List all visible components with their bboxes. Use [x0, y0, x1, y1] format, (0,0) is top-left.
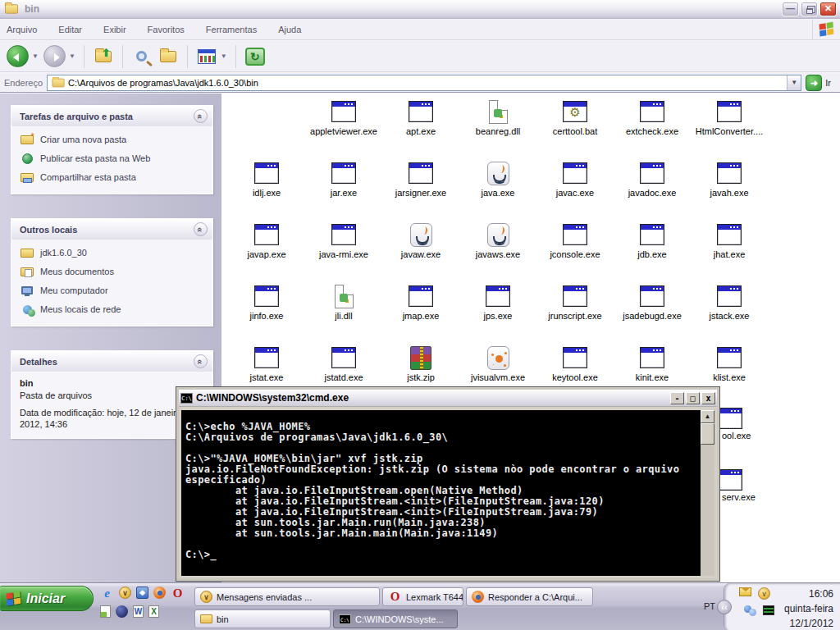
task-link-network[interactable]: Meus locais de rede	[20, 303, 206, 316]
mail-quicklaunch-icon[interactable]: ∨	[119, 587, 131, 599]
file-item[interactable]: jsadebugd.exe	[614, 281, 691, 343]
back-dropdown-icon[interactable]: ▼	[32, 52, 39, 60]
go-button[interactable]: ➜ Ir	[806, 75, 836, 91]
file-item[interactable]: javap.exe	[228, 220, 305, 281]
menu-editar[interactable]: Editar	[58, 25, 82, 34]
app-file-icon	[562, 222, 588, 247]
word-quicklaunch-icon[interactable]: W	[133, 605, 144, 618]
file-item[interactable]: javaw.exe	[382, 220, 459, 281]
clipped-file-1[interactable]: ool.exe	[717, 406, 751, 441]
console[interactable]: C:\>echo %JAVA_HOME%C:\Arquivos de progr…	[181, 410, 714, 576]
file-item[interactable]: jconsole.exe	[536, 220, 614, 281]
scroll-up-icon[interactable]: ▲	[701, 410, 714, 423]
system-tray: ‹‹ ∨ 16:06 quinta-feira 12/1/2012	[724, 583, 840, 630]
ie-quicklaunch-icon[interactable]: e	[100, 587, 114, 600]
tray-display-icon[interactable]	[763, 605, 774, 615]
clock[interactable]: 16:06 quinta-feira 12/1/2012	[784, 587, 833, 630]
cmd-close-button[interactable]: x	[701, 392, 715, 404]
up-folder-button[interactable]: ⬆	[93, 46, 114, 67]
forward-button[interactable]	[43, 45, 66, 67]
tray-mail-icon[interactable]	[739, 587, 751, 596]
collapse-chevron-icon[interactable]: «	[194, 109, 208, 123]
console-scrollbar[interactable]: ▲	[701, 410, 714, 576]
taskbar-button[interactable]: OLexmark T644 - Opera	[382, 587, 463, 606]
file-item[interactable]: jps.exe	[459, 281, 536, 343]
restore-button[interactable]	[801, 2, 818, 16]
oo-quicklaunch-icon[interactable]	[116, 605, 128, 618]
search-button[interactable]	[131, 46, 153, 67]
file-item[interactable]: idlj.exe	[228, 158, 305, 220]
file-item[interactable]: javaws.exe	[459, 220, 536, 281]
file-item[interactable]: extcheck.exe	[614, 97, 691, 158]
file-item[interactable]: jrunscript.exe	[536, 281, 614, 343]
taskbar-button[interactable]: C:\C:\WINDOWS\syste...	[333, 609, 458, 628]
file-item[interactable]: jstack.exe	[691, 281, 768, 343]
file-item[interactable]: java.exe	[459, 158, 536, 220]
taskbar-button[interactable]: ∨Mensagens enviadas ...	[194, 587, 380, 606]
explorer-titlebar[interactable]: bin — ✕	[0, 0, 840, 19]
opera-quicklaunch-icon[interactable]: O	[171, 587, 185, 600]
taskbar-button[interactable]: bin	[194, 609, 331, 628]
hide-icons-button[interactable]: ‹‹	[717, 600, 732, 614]
task-link-web[interactable]: Publicar esta pasta na Web	[20, 152, 206, 165]
cmd-minimize-button[interactable]: -	[670, 392, 684, 404]
panel-header[interactable]: Detalhes«	[11, 351, 212, 372]
file-item[interactable]: javac.exe	[536, 158, 614, 220]
scroll-thumb[interactable]	[701, 423, 714, 445]
task-link-folder[interactable]: jdk1.6.0_30	[20, 246, 206, 259]
file-item[interactable]: beanreg.dll	[459, 97, 536, 158]
cmd-titlebar[interactable]: C:\ C:\WINDOWS\system32\cmd.exe - □ x	[179, 390, 717, 407]
file-item[interactable]: javadoc.exe	[614, 158, 691, 220]
task-link-docs[interactable]: Meus documentos	[20, 265, 206, 278]
minimize-button[interactable]: —	[782, 2, 799, 16]
sync-button[interactable]: ↻	[244, 46, 266, 67]
menu-ajuda[interactable]: Ajuda	[278, 25, 301, 34]
file-item[interactable]: javah.exe	[691, 158, 768, 220]
task-link-share[interactable]: Compartilhar esta pasta	[20, 171, 206, 184]
collapse-chevron-icon[interactable]: «	[194, 354, 208, 368]
share-icon	[20, 171, 34, 184]
tray-clock-app-icon[interactable]: ∨	[758, 587, 770, 600]
cmd-maximize-button[interactable]: □	[686, 392, 700, 404]
file-item[interactable]: jmap.exe	[382, 281, 459, 343]
taskbar-button[interactable]: Responder a C:\Arqui...	[466, 587, 593, 606]
views-button[interactable]	[196, 46, 217, 67]
file-item[interactable]: jdb.exe	[614, 220, 691, 281]
tray-messenger-icon[interactable]	[744, 605, 756, 616]
file-label: jvisualvm.exe	[471, 372, 525, 382]
file-item[interactable]: jhat.exe	[691, 220, 768, 281]
excel-quicklaunch-icon[interactable]: X	[148, 605, 159, 618]
collapse-chevron-icon[interactable]: «	[194, 222, 208, 236]
address-dropdown-button[interactable]: ▼	[787, 75, 801, 90]
ff-quicklaunch-icon[interactable]	[153, 587, 166, 599]
file-item[interactable]: jarsigner.exe	[382, 158, 459, 220]
start-button[interactable]: Iniciar	[0, 586, 94, 611]
forward-dropdown-icon[interactable]: ▼	[69, 52, 75, 60]
task-link-newfolder[interactable]: Criar uma nova pasta	[20, 133, 206, 146]
note-quicklaunch-icon[interactable]	[100, 605, 111, 618]
menu-exibir[interactable]: Exibir	[103, 25, 126, 34]
task-link-computer[interactable]: Meu computador	[20, 284, 206, 297]
menu-arquivo[interactable]: Arquivo	[7, 25, 37, 34]
close-button[interactable]: ✕	[819, 2, 837, 16]
msn-quicklaunch-icon[interactable]: ❖	[136, 587, 148, 599]
file-item[interactable]: jli.dll	[305, 281, 382, 343]
folders-button[interactable]	[158, 46, 179, 67]
menu-ferramentas[interactable]: Ferramentas	[206, 25, 257, 34]
file-item[interactable]: java-rmi.exe	[305, 220, 382, 281]
language-indicator[interactable]: PT	[704, 601, 715, 611]
file-item[interactable]: apt.exe	[382, 97, 459, 158]
menu-favoritos[interactable]: Favoritos	[148, 25, 185, 34]
file-item[interactable]: certtool.bat	[536, 97, 614, 158]
clock-day: quinta-feira	[784, 601, 833, 616]
panel-header[interactable]: Outros locais«	[11, 219, 212, 240]
panel-header[interactable]: Tarefas de arquivo e pasta«	[11, 106, 212, 126]
address-input[interactable]: C:\Arquivos de programas\Java\jdk1.6.0_3…	[47, 75, 801, 91]
clipped-file-2[interactable]: serv.exe	[717, 468, 756, 502]
views-dropdown-icon[interactable]: ▼	[221, 52, 227, 60]
file-item[interactable]: jinfo.exe	[228, 281, 305, 343]
back-button[interactable]	[7, 45, 29, 67]
file-item[interactable]: jar.exe	[305, 158, 382, 220]
file-item[interactable]: appletviewer.exe	[305, 97, 382, 158]
file-item[interactable]: HtmlConverter....	[691, 97, 768, 158]
